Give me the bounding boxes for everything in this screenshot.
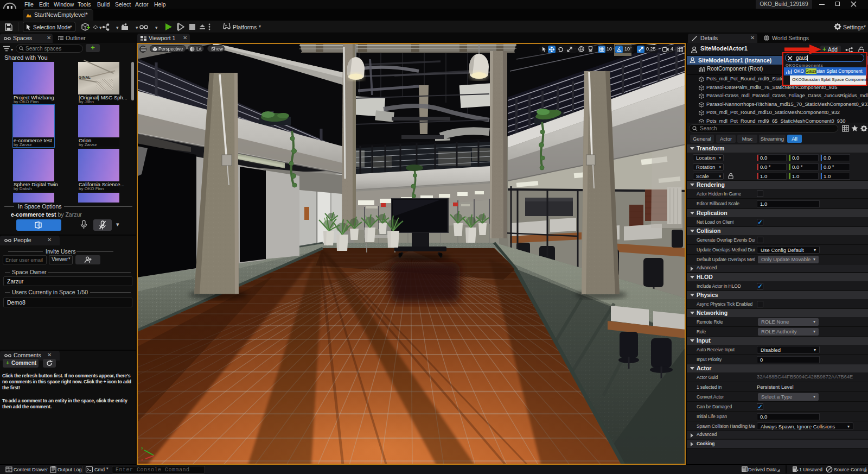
svg-text:▾: ▾ [11, 47, 13, 52]
svg-text:▾: ▾ [155, 25, 158, 30]
svg-text:▾: ▾ [116, 25, 119, 30]
svg-text:▾: ▾ [136, 25, 138, 30]
svg-text:y: y [141, 445, 143, 450]
svg-text:x: x [141, 457, 143, 461]
